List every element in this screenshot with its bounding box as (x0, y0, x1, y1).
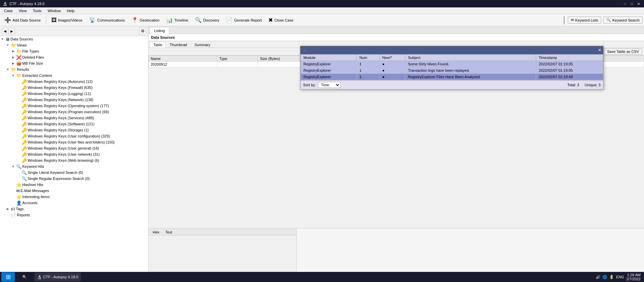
geolocation-button[interactable]: 📍Geolocation (128, 15, 163, 25)
nav-forward-button[interactable]: ▶ (9, 28, 15, 34)
tree-toggle-reg-user-config[interactable] (16, 134, 21, 138)
tree-toggle-reg-network[interactable] (16, 97, 21, 102)
tree-toggle-reports[interactable] (5, 213, 10, 217)
keyword-lists-button[interactable]: ✉Keyword Lists (568, 17, 601, 24)
sub-tab-summary[interactable]: Summary (191, 42, 214, 48)
tree-node-mb-file-size[interactable]: ▶📦MB File Size (0, 60, 148, 66)
tree-toggle-email-messages[interactable] (11, 188, 16, 193)
tree-toggle-tags[interactable]: ▶ (5, 207, 10, 211)
lang-indicator[interactable]: ENG (616, 275, 624, 279)
tree-node-reg-user-general[interactable]: 🔑Windows Registry Keys (User general) (1… (0, 145, 148, 151)
tree-node-results[interactable]: ▼📁Results (0, 66, 148, 72)
tree-node-views[interactable]: ▼📁Views (0, 42, 148, 48)
tree-toggle-single-literal[interactable] (16, 170, 21, 175)
tree-toggle-reg-web[interactable] (16, 158, 21, 163)
keyword-search-button[interactable]: 🔍Keyword Search (603, 17, 643, 24)
tree-node-reg-user-config[interactable]: 🔑Windows Registry Keys (User configurati… (0, 133, 148, 139)
tree-toggle-keyword-hits[interactable]: ▼ (11, 164, 16, 169)
menu-item-window[interactable]: Window (45, 8, 63, 13)
tree-node-reg-program[interactable]: 🔑Windows Registry Keys (Program executio… (0, 109, 148, 115)
tray-volume-icon[interactable]: 🔊 (596, 275, 601, 279)
sub-tab-table[interactable]: Table (150, 42, 166, 48)
tree-toggle-reg-user-general[interactable] (16, 146, 21, 151)
tree-node-reg-storage[interactable]: 🔑Windows Registry Keys (Storage) (1) (0, 127, 148, 133)
popup-close-button[interactable]: × (598, 47, 601, 53)
tree-node-single-literal[interactable]: 🔍Single Literal Keyword Search (0) (0, 169, 148, 176)
tray-network-icon[interactable]: 🌐 (603, 275, 607, 279)
tree-node-file-types[interactable]: ▶📁File Types (0, 48, 148, 54)
tree-toggle-reg-program[interactable] (16, 109, 21, 114)
discovery-button[interactable]: 🔍Discovery (192, 15, 222, 25)
tree-toggle-views[interactable]: ▼ (5, 43, 10, 48)
tree-toggle-single-regex[interactable] (16, 176, 21, 181)
minimize-button[interactable]: ─ (622, 1, 628, 6)
generate-report-button[interactable]: 📄Generate Report (223, 15, 265, 25)
add-data-source-button[interactable]: ➕Add Data Source (1, 15, 44, 25)
table-col-name[interactable]: Name (149, 56, 217, 62)
taskbar-search-button[interactable]: 🔍 (16, 272, 33, 282)
tree-node-reg-user-files[interactable]: 🔑Windows Registry Keys (User files and f… (0, 139, 148, 145)
menu-item-help[interactable]: Help (64, 8, 77, 13)
tree-node-keyword-hits[interactable]: ▼🔍Keyword Hits (0, 163, 148, 169)
timeline-button[interactable]: 📊Timeline (163, 15, 191, 25)
tree-toggle-reg-user-files[interactable] (16, 140, 21, 145)
tree-toggle-reg-services[interactable] (16, 116, 21, 120)
tree-toggle-extracted-content[interactable]: ▼ (11, 73, 16, 78)
communications-button[interactable]: 📡Communications (86, 15, 128, 25)
menu-item-tools[interactable]: Tools (30, 8, 44, 13)
tree-toggle-mb-file-size[interactable]: ▶ (11, 61, 16, 66)
close-button[interactable]: ✕ (636, 1, 641, 6)
sub-tab-thumbnail[interactable]: Thumbnail (166, 42, 191, 48)
sort-select[interactable]: Time Module Subject (318, 82, 341, 88)
tree-node-reports[interactable]: 📄Reports (0, 212, 148, 218)
tree-toggle-accounts[interactable] (11, 200, 16, 205)
tree-toggle-file-types[interactable]: ▶ (11, 49, 16, 54)
tree-node-reg-logging[interactable]: 🔑Windows Registry Keys (Logging) (11) (0, 91, 148, 97)
content-tab-listing[interactable]: Listing (150, 27, 169, 34)
tree-node-reg-user-network[interactable]: 🔑Windows Registry Keys (User network) (3… (0, 151, 148, 157)
tree-node-extracted-content[interactable]: ▼📁Extracted Content (0, 72, 148, 79)
sidebar-gear-button[interactable]: ⚙ (139, 28, 146, 34)
nav-back-button[interactable]: ◀ (2, 28, 8, 34)
tree-node-reg-web[interactable]: 🔑Windows Registry Keys (Web browsing) (6… (0, 157, 148, 163)
save-csv-button[interactable]: Save Table as CSV (604, 49, 642, 55)
bottom-tab-text[interactable]: Text (163, 229, 175, 235)
tree-node-hashset-hits[interactable]: ⭐Hashset Hits (0, 182, 148, 188)
tree-node-accounts[interactable]: 👤Accounts (0, 200, 148, 206)
tree-node-single-regex[interactable]: 🔍Single Regular Expression Search (0) (0, 176, 148, 182)
tree-toggle-reg-logging[interactable] (16, 91, 21, 96)
tree-node-reg-os[interactable]: 🔑Windows Registry Keys (Operating system… (0, 103, 148, 109)
menu-item-view[interactable]: View (16, 8, 30, 13)
maximize-button[interactable]: □ (629, 1, 635, 6)
tree-node-reg-firewall[interactable]: 🔑Windows Registry Keys (Firewall) (635) (0, 85, 148, 91)
tree-node-deleted-files[interactable]: ▶❌Deleted Files (0, 54, 148, 60)
tree-node-reg-software[interactable]: 🔑Windows Registry Keys (Software) (121) (0, 121, 148, 127)
tree-toggle-reg-autoruns[interactable] (16, 79, 21, 84)
tree-toggle-data-sources[interactable]: ▼ (0, 37, 5, 41)
tree-node-reg-autoruns[interactable]: 🔑Windows Registry Keys (Autoruns) (12) (0, 79, 148, 85)
table-col-type[interactable]: Type (217, 56, 258, 62)
tree-toggle-reg-os[interactable] (16, 103, 21, 108)
tree-toggle-interesting-items[interactable] (11, 194, 16, 199)
tree-toggle-reg-user-network[interactable] (16, 152, 21, 157)
taskbar-app-button[interactable]: 🔬 CTF - Autopsy 4.18.0 (34, 273, 81, 281)
tree-node-reg-network[interactable]: 🔑Windows Registry Keys (Network) (138) (0, 97, 148, 103)
tree-toggle-reg-storage[interactable] (16, 128, 21, 132)
tree-node-interesting-items[interactable]: ⭐Interesting Items (0, 194, 148, 200)
tree-toggle-deleted-files[interactable]: ▶ (11, 55, 16, 60)
start-button[interactable]: ⊞ (1, 272, 15, 282)
popup-table-row[interactable]: RegistryExplorer1●Transaction logs have … (301, 67, 603, 74)
tree-toggle-hashset-hits[interactable] (11, 182, 16, 187)
tree-toggle-reg-software[interactable] (16, 122, 21, 126)
tree-node-reg-services[interactable]: 🔑Windows Registry Keys (Services) (489) (0, 115, 148, 121)
bottom-tab-hex[interactable]: Hex (150, 229, 163, 235)
tree-node-data-sources[interactable]: ▼🖥Data Sources (0, 36, 148, 42)
tree-toggle-reg-firewall[interactable] (16, 85, 21, 90)
popup-table-row[interactable]: RegistryExplorer1●Some Dirty Hives Found… (301, 61, 603, 67)
popup-table-row[interactable]: RegistryExplorer1●RegistryExplorer Files… (301, 74, 603, 80)
taskbar-clock[interactable]: 1:28 AM 2/7/2022 (626, 273, 641, 281)
tree-node-email-messages[interactable]: ✉E-Mail Messages (0, 188, 148, 194)
close-case-button[interactable]: ✖Close Case (265, 15, 296, 25)
tree-toggle-results[interactable]: ▼ (5, 67, 10, 72)
menu-item-case[interactable]: Case (1, 8, 16, 13)
